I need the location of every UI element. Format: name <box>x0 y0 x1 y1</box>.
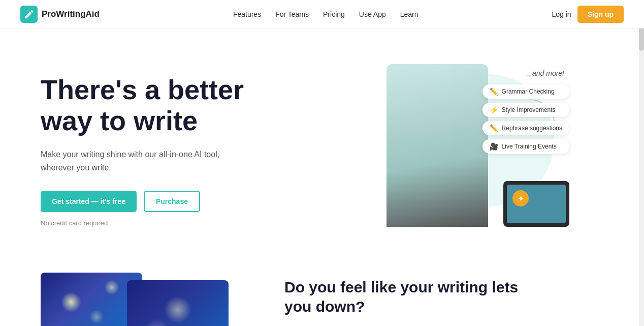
nav-links: Features For Teams Pricing Use App Learn <box>233 10 418 18</box>
nav-pricing[interactable]: Pricing <box>323 10 345 18</box>
and-more-label: ...and more! <box>526 69 564 77</box>
hero-subtitle: Make your writing shine with our all-in-… <box>41 148 254 174</box>
hero-section: There's a better way to write Make your … <box>0 28 644 262</box>
section2: My idea in my head Do you feel like your… <box>0 262 644 326</box>
person-face <box>387 64 488 227</box>
feature-pill-training: 🎥 Live Training Events <box>482 139 569 154</box>
login-button[interactable]: Log in <box>552 10 571 18</box>
no-credit-card-text: No credit card required <box>41 219 322 227</box>
brand-logo[interactable]: ProWritingAid <box>20 6 100 23</box>
feature-pill-style: ⚡ Style Improvements <box>482 103 569 117</box>
nav-use-app[interactable]: Use App <box>359 10 386 18</box>
rephrase-icon: ✏️ <box>490 124 498 132</box>
nav-for-teams[interactable]: For Teams <box>275 10 309 18</box>
hero-illustration: ...and more! ✏️ Grammar Checking ⚡ Style… <box>322 59 603 242</box>
scrollbar[interactable] <box>639 0 644 326</box>
get-started-button[interactable]: Get started — it's free <box>41 191 137 212</box>
feature-pills-container: ✏️ Grammar Checking ⚡ Style Improvements… <box>482 84 569 154</box>
section2-content: Do you feel like your writing lets you d… <box>284 273 538 326</box>
hero-title: There's a better way to write <box>41 74 322 136</box>
hero-buttons: Get started — it's free Purchase <box>41 191 322 212</box>
brand-name: ProWritingAid <box>42 9 100 19</box>
training-icon: 🎥 <box>490 142 498 151</box>
hero-content: There's a better way to write Make your … <box>41 74 322 226</box>
illustration-container: ...and more! ✏️ Grammar Checking ⚡ Style… <box>356 64 569 237</box>
style-icon: ⚡ <box>490 106 498 114</box>
image-card-blue <box>127 280 229 326</box>
nav-learn[interactable]: Learn <box>400 10 418 18</box>
navbar: ProWritingAid Features For Teams Pricing… <box>0 0 644 28</box>
section2-images: My idea in my head <box>41 273 254 326</box>
signup-button[interactable]: Sign up <box>577 6 624 23</box>
nav-actions: Log in Sign up <box>552 6 624 23</box>
grammar-icon: ✏️ <box>490 87 498 96</box>
section2-image-container: My idea in my head <box>41 273 234 326</box>
feature-pill-rephrase: ✏️ Rephrase suggestions <box>482 121 569 135</box>
nav-features[interactable]: Features <box>233 10 261 18</box>
section2-title: Do you feel like your writing lets you d… <box>284 278 538 316</box>
logo-icon <box>20 6 38 23</box>
feature-pill-grammar: ✏️ Grammar Checking <box>482 84 569 99</box>
sparkle-badge: ✦ <box>512 190 529 206</box>
hero-person-image <box>387 64 488 227</box>
purchase-button[interactable]: Purchase <box>144 191 200 212</box>
hero-device-image <box>503 181 569 227</box>
section2-text: We know what it's like to feel the FEAR … <box>284 324 538 326</box>
